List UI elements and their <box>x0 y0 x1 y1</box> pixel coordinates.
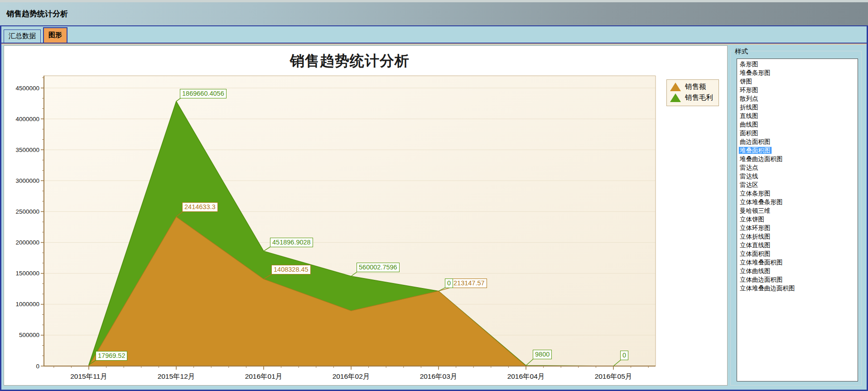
window-body: 汇总数据 图形 05000001000000150000020000002500… <box>0 25 868 391</box>
style-option[interactable]: 雷达线 <box>737 172 858 181</box>
style-group-label: 样式 <box>733 47 750 56</box>
svg-text:2016年03月: 2016年03月 <box>420 372 458 380</box>
svg-text:2000000: 2000000 <box>15 239 39 246</box>
title-bar: 销售趋势统计分析 <box>0 0 868 25</box>
style-option[interactable]: 面积图 <box>737 129 858 137</box>
svg-text:2015年12月: 2015年12月 <box>158 372 195 380</box>
style-option[interactable]: 直线图 <box>737 112 858 120</box>
chart-legend: 销售额 销售毛利 <box>666 79 719 106</box>
style-option[interactable]: 雷达点 <box>737 163 858 172</box>
style-option[interactable]: 雷达区 <box>737 181 858 189</box>
svg-text:3500000: 3500000 <box>15 147 39 153</box>
chart-title: 销售趋势统计分析 <box>44 51 656 71</box>
window-title: 销售趋势统计分析 <box>6 9 68 19</box>
style-option[interactable]: 立体饼图 <box>737 215 858 224</box>
style-listbox[interactable]: 条形图堆叠条形图饼图环形图散列点折线图直线图曲线图面积图曲边面积图堆叠面积图堆叠… <box>737 59 858 381</box>
legend-item-sales: 销售额 <box>670 82 713 92</box>
style-sidebar: 样式 条形图堆叠条形图饼图环形图散列点折线图直线图曲线图面积图曲边面积图堆叠面积… <box>730 45 862 390</box>
style-option[interactable]: 环形图 <box>737 86 858 94</box>
svg-text:2015年11月: 2015年11月 <box>70 372 107 380</box>
sales-triangle-icon <box>670 83 681 91</box>
style-option[interactable]: 曲边面积图 <box>737 137 858 146</box>
svg-text:2016年05月: 2016年05月 <box>595 372 632 380</box>
style-option[interactable]: 堆叠曲边面积图 <box>737 155 858 163</box>
svg-text:3000000: 3000000 <box>15 177 39 184</box>
style-option-selected[interactable]: 堆叠面积图 <box>737 146 858 155</box>
style-option[interactable]: 曲线图 <box>737 120 858 129</box>
legend-item-profit: 销售毛利 <box>670 93 713 103</box>
chart-panel: 0500000100000015000002000000250000030000… <box>4 45 728 386</box>
svg-text:500000: 500000 <box>19 332 39 338</box>
profit-triangle-icon <box>670 93 681 102</box>
trend-chart-svg: 0500000100000015000002000000250000030000… <box>4 46 727 385</box>
legend-label-profit: 销售毛利 <box>685 93 713 103</box>
style-option[interactable]: 立体面积图 <box>737 249 858 258</box>
style-option[interactable]: 立体堆叠面积图 <box>737 258 858 267</box>
tab-page-content: 0500000100000015000002000000250000030000… <box>1 44 867 390</box>
style-option[interactable]: 散列点 <box>737 94 858 103</box>
style-option[interactable]: 立体堆叠曲边面积图 <box>737 284 858 293</box>
svg-text:2016年04月: 2016年04月 <box>507 372 545 380</box>
style-option[interactable]: 立体曲边面积图 <box>737 275 858 284</box>
tab-graph[interactable]: 图形 <box>43 27 68 43</box>
style-option[interactable]: 立体环形图 <box>737 224 858 232</box>
svg-text:2016年02月: 2016年02月 <box>333 372 370 380</box>
tab-strip: 汇总数据 图形 <box>1 25 867 44</box>
svg-text:1000000: 1000000 <box>15 301 39 308</box>
app-window: { "window": { "title": "销售趋势统计分析" }, "ta… <box>0 0 868 391</box>
svg-text:2016年01月: 2016年01月 <box>245 372 283 380</box>
style-option[interactable]: 立体折线图 <box>737 232 858 241</box>
style-option[interactable]: 立体堆叠条形图 <box>737 198 858 206</box>
tab-summary-data[interactable]: 汇总数据 <box>4 29 41 43</box>
style-option[interactable]: 立体曲线图 <box>737 267 858 275</box>
svg-text:0: 0 <box>36 363 39 370</box>
style-option[interactable]: 饼图 <box>737 77 858 86</box>
style-option[interactable]: 条形图 <box>737 60 858 68</box>
legend-label-sales: 销售额 <box>685 82 706 92</box>
style-option[interactable]: 立体条形图 <box>737 189 858 198</box>
style-option[interactable]: 立体直线图 <box>737 241 858 249</box>
svg-text:1500000: 1500000 <box>15 270 39 277</box>
svg-text:2500000: 2500000 <box>15 208 39 215</box>
style-option[interactable]: 曼哈顿三维 <box>737 206 858 215</box>
style-groupbox: 样式 条形图堆叠条形图饼图环形图散列点折线图直线图曲线图面积图曲边面积图堆叠面积… <box>730 51 862 386</box>
style-option[interactable]: 堆叠条形图 <box>737 68 858 77</box>
style-option[interactable]: 折线图 <box>737 103 858 112</box>
svg-text:4500000: 4500000 <box>15 85 39 92</box>
svg-text:4000000: 4000000 <box>15 116 39 122</box>
